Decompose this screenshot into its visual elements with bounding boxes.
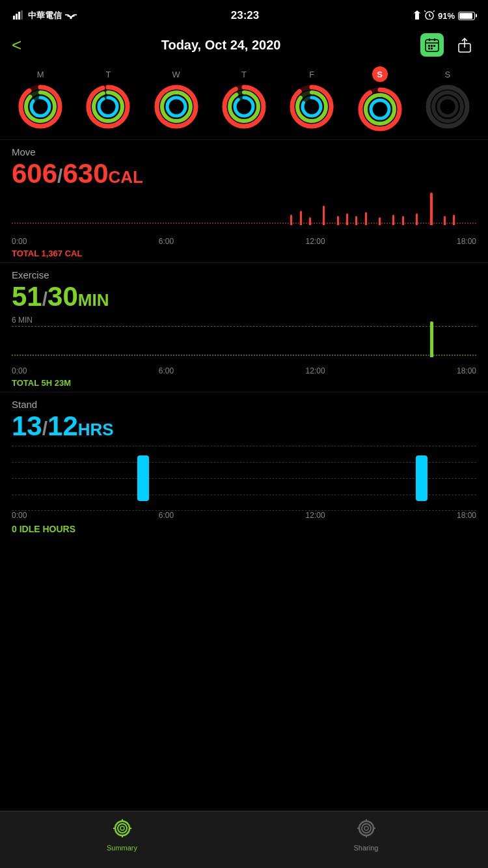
status-right: 91% <box>413 10 475 21</box>
move-bar-8 <box>365 212 367 225</box>
exercise-value: 51/30MIN <box>12 282 476 312</box>
sharing-tab-label: Sharing <box>354 844 379 852</box>
share-button[interactable] <box>453 33 476 57</box>
alarm-icon <box>424 10 435 21</box>
svg-rect-18 <box>431 47 433 49</box>
scroll-content: Move 606/630CAL 0:00 6:00 <box>0 140 488 868</box>
week-strip: M T W <box>0 64 488 140</box>
wifi-icon <box>65 10 77 21</box>
day-label-f: F <box>309 70 314 79</box>
ring-monday <box>17 83 64 130</box>
move-bar-9 <box>379 217 381 225</box>
ring-thursday <box>221 83 267 130</box>
day-saturday[interactable]: S <box>357 66 403 133</box>
move-bar-7 <box>355 216 357 225</box>
day-label-t1: T <box>105 70 111 79</box>
day-thursday[interactable]: T <box>221 70 267 130</box>
ring-sunday <box>424 83 471 130</box>
ring-wednesday <box>153 83 200 130</box>
day-label-w: W <box>172 70 180 79</box>
move-bar-11 <box>402 216 404 225</box>
svg-point-56 <box>371 100 389 118</box>
svg-rect-3 <box>21 10 23 20</box>
day-label-s1: S <box>372 66 388 82</box>
day-sunday[interactable]: S <box>424 70 471 130</box>
svg-point-38 <box>167 98 185 116</box>
ring-friday <box>288 83 335 130</box>
move-value: 606/630CAL <box>12 159 476 189</box>
svg-point-68 <box>362 824 371 833</box>
stand-label: Stand <box>12 399 476 410</box>
svg-rect-16 <box>433 45 435 47</box>
move-bar-3 <box>309 217 311 225</box>
exercise-total: TOTAL 5H 23M <box>12 378 476 388</box>
svg-rect-2 <box>18 12 20 20</box>
exercise-bar-peak <box>430 321 433 357</box>
svg-line-8 <box>424 10 426 12</box>
move-bar-4 <box>323 206 325 225</box>
svg-point-4 <box>70 16 72 19</box>
day-tuesday[interactable]: T <box>85 70 131 130</box>
exercise-label: Exercise <box>12 269 476 280</box>
stand-bar-6 <box>137 455 149 501</box>
move-bar-15 <box>453 215 455 225</box>
svg-point-61 <box>118 824 127 833</box>
exercise-guide: 6 MIN <box>12 316 33 325</box>
status-left: 中華電信 <box>13 10 77 21</box>
stand-bar-21 <box>416 455 427 501</box>
day-label-m: M <box>37 70 44 79</box>
day-monday[interactable]: M <box>17 70 64 130</box>
day-label-s2: S <box>444 70 450 79</box>
header-title: Today, Oct 24, 2020 <box>161 38 281 53</box>
stand-value: 13/12HRS <box>12 411 476 441</box>
move-time-labels: 0:00 6:00 12:00 18:00 <box>12 237 476 247</box>
move-bar-2 <box>300 211 302 225</box>
move-bar-5 <box>337 216 339 225</box>
idle-hours-label: 0 IDLE HOURS <box>12 524 476 534</box>
stand-time-labels: 0:00 6:00 12:00 18:00 <box>12 511 476 521</box>
stand-section: Stand 13/12HRS 0:00 6:00 12:00 18:00 0 I… <box>0 392 488 537</box>
exercise-time-labels: 0:00 6:00 12:00 18:00 <box>12 366 476 377</box>
svg-point-26 <box>31 98 49 116</box>
exercise-section: Exercise 51/30MIN 6 MIN 0:00 6:00 12:00 … <box>0 263 488 392</box>
summary-tab-label: Summary <box>107 844 137 852</box>
header: < Today, Oct 24, 2020 <box>0 29 488 64</box>
move-bar-peak <box>430 193 433 225</box>
location-icon <box>413 10 421 21</box>
carrier-label: 中華電信 <box>28 10 62 21</box>
status-bar: 中華電信 23:23 91% <box>0 0 488 29</box>
svg-point-59 <box>439 98 457 116</box>
tab-summary[interactable]: Summary <box>0 818 244 852</box>
svg-point-44 <box>235 98 253 116</box>
svg-rect-1 <box>16 14 18 20</box>
svg-rect-0 <box>13 16 15 20</box>
svg-rect-15 <box>431 45 433 47</box>
header-icons <box>420 33 476 57</box>
move-bar-1 <box>290 215 292 225</box>
svg-point-32 <box>99 98 117 116</box>
svg-point-69 <box>364 826 368 830</box>
move-bar-12 <box>416 213 418 225</box>
move-section: Move 606/630CAL 0:00 6:00 <box>0 140 488 263</box>
svg-rect-14 <box>428 45 430 47</box>
battery-icon <box>458 12 475 20</box>
back-button[interactable]: < <box>12 35 21 55</box>
move-label: Move <box>12 146 476 157</box>
day-friday[interactable]: F <box>288 70 335 130</box>
move-total: TOTAL 1,367 CAL <box>12 249 476 258</box>
ring-tuesday <box>85 83 131 130</box>
day-label-t2: T <box>241 70 247 79</box>
signal-icon <box>13 10 25 21</box>
svg-rect-17 <box>428 47 430 49</box>
move-bar-14 <box>444 216 446 225</box>
summary-icon <box>112 818 133 841</box>
ring-saturday <box>357 86 403 133</box>
battery-percent: 91% <box>438 11 455 21</box>
calendar-button[interactable] <box>420 33 444 57</box>
tab-sharing[interactable]: Sharing <box>244 818 488 852</box>
day-wednesday[interactable]: W <box>153 70 200 130</box>
svg-line-9 <box>433 10 435 12</box>
svg-point-62 <box>120 826 124 830</box>
sharing-icon <box>356 818 377 841</box>
move-bar-6 <box>346 213 348 225</box>
